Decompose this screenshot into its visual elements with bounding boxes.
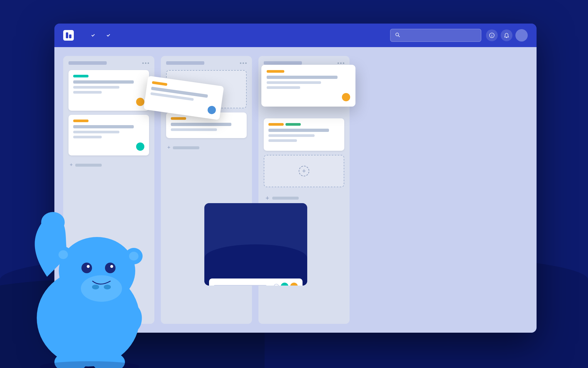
svg-text:i: i bbox=[491, 34, 492, 37]
card-line bbox=[268, 139, 297, 142]
column-2-title bbox=[166, 61, 204, 65]
column-3-header bbox=[264, 61, 344, 65]
dark-card-overlay bbox=[204, 203, 307, 286]
nav-icons: i bbox=[486, 29, 528, 42]
add-icon: + bbox=[70, 162, 73, 168]
card-line bbox=[171, 123, 231, 126]
card-line bbox=[73, 86, 119, 89]
card-avatar bbox=[136, 98, 144, 106]
card-tag-orange bbox=[152, 81, 168, 86]
svg-line-1 bbox=[398, 36, 400, 37]
notification-button[interactable] bbox=[501, 29, 512, 41]
check-circle bbox=[274, 284, 279, 286]
hippo-mascot bbox=[18, 177, 159, 368]
card-1-2[interactable] bbox=[69, 115, 149, 155]
card-tag-orange bbox=[268, 123, 284, 126]
card-3-2[interactable] bbox=[264, 118, 344, 151]
card-line bbox=[73, 131, 119, 133]
svg-point-6 bbox=[41, 212, 65, 233]
card-line bbox=[73, 80, 134, 84]
svg-point-13 bbox=[87, 265, 90, 268]
dark-card-mini[interactable] bbox=[209, 279, 303, 286]
card-tag-green bbox=[285, 123, 301, 126]
svg-point-11 bbox=[81, 263, 92, 273]
workspaces-chevron-icon bbox=[91, 33, 95, 37]
card-footer bbox=[73, 142, 144, 151]
dark-card-chips bbox=[274, 283, 298, 286]
card-line bbox=[267, 86, 300, 89]
add-card-button-1[interactable]: + bbox=[69, 160, 149, 170]
drop-zone-plus-icon: + bbox=[299, 166, 309, 176]
add-card-label bbox=[173, 146, 199, 149]
card-tag-orange bbox=[73, 120, 88, 122]
card-footer bbox=[73, 98, 144, 106]
svg-point-4 bbox=[506, 37, 507, 38]
svg-point-9 bbox=[92, 285, 99, 289]
floating-card[interactable] bbox=[261, 65, 355, 107]
add-card-label bbox=[75, 164, 102, 167]
column-3-menu[interactable] bbox=[338, 62, 344, 64]
recent-chevron-icon bbox=[107, 33, 110, 37]
svg-point-12 bbox=[105, 263, 116, 273]
card-footer bbox=[149, 97, 216, 115]
svg-point-10 bbox=[104, 285, 111, 289]
card-line bbox=[73, 136, 102, 138]
card-line bbox=[268, 129, 329, 132]
search-box[interactable] bbox=[390, 29, 481, 42]
user-avatar[interactable] bbox=[515, 29, 528, 42]
card-dual-tag bbox=[268, 123, 340, 126]
card-line bbox=[267, 76, 338, 79]
logo-area bbox=[63, 30, 77, 41]
workspaces-nav[interactable] bbox=[86, 32, 99, 39]
card-line bbox=[268, 134, 315, 137]
card-avatar-teal bbox=[281, 283, 288, 286]
card-avatar bbox=[136, 142, 144, 151]
card-line bbox=[171, 128, 217, 131]
add-card-label bbox=[272, 197, 299, 200]
card-tag-orange bbox=[267, 70, 284, 73]
card-line bbox=[267, 81, 321, 84]
svg-point-16 bbox=[59, 250, 68, 259]
column-1-menu[interactable] bbox=[142, 62, 149, 64]
card-line bbox=[73, 125, 134, 128]
recent-nav[interactable] bbox=[101, 32, 114, 39]
card-tag-teal bbox=[73, 75, 88, 77]
card-avatar bbox=[207, 105, 216, 115]
column-3-title bbox=[264, 61, 302, 65]
column-2-menu[interactable] bbox=[240, 62, 247, 64]
add-card-button-2[interactable]: + bbox=[166, 142, 247, 153]
search-icon bbox=[395, 32, 400, 38]
card-1-1[interactable] bbox=[69, 70, 149, 111]
add-icon: + bbox=[167, 145, 171, 151]
card-line bbox=[73, 91, 102, 94]
column-1-title bbox=[69, 61, 107, 65]
trello-icon bbox=[63, 30, 74, 41]
svg-point-8 bbox=[81, 275, 122, 302]
column-2-header bbox=[166, 61, 247, 65]
card-avatar bbox=[342, 93, 350, 101]
nav-links bbox=[86, 32, 114, 39]
navbar: i bbox=[54, 24, 537, 47]
info-button[interactable]: i bbox=[486, 29, 498, 41]
card-tag-orange bbox=[171, 117, 186, 120]
column-1-header bbox=[69, 61, 149, 65]
plus-icon: + bbox=[265, 194, 269, 202]
card-footer bbox=[267, 93, 350, 101]
drop-zone[interactable]: + bbox=[264, 155, 344, 187]
svg-point-18 bbox=[129, 252, 138, 261]
card-avatar-orange bbox=[290, 283, 298, 286]
dark-card-line bbox=[214, 285, 267, 286]
svg-point-14 bbox=[110, 265, 113, 268]
